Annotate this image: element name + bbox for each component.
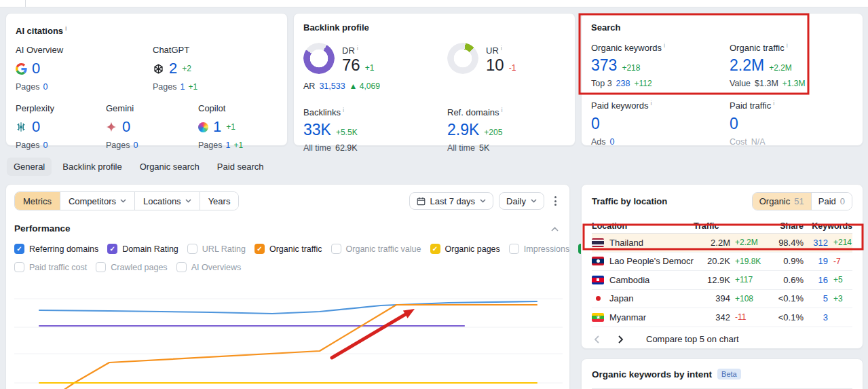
performance-title: Performance (14, 223, 71, 234)
summary-cards-row: AI citations AI Overview 0 Pages0 ChatGP… (5, 13, 863, 146)
ai-overview-value: 0 (32, 60, 40, 77)
info-icon[interactable] (649, 97, 652, 107)
backlink-profile-card: Backlink profile DR 76+1 AR31,533▲ 4,069… (293, 13, 575, 146)
chatgpt-pages: Pages1+1 (153, 82, 197, 92)
ur-label: UR (486, 42, 516, 56)
granularity-dropdown[interactable]: Daily (499, 192, 544, 210)
tab-organic-search[interactable]: Organic search (133, 158, 206, 176)
checkbox-organic-traffic-value[interactable]: Organic traffic value (331, 244, 421, 254)
info-icon[interactable] (499, 42, 502, 52)
organic-keywords-metric: Organic keywords 373+218 Top 3238+112 (591, 39, 730, 88)
backlink-profile-title: Backlink profile (303, 22, 565, 33)
checkbox-crawled-pages[interactable]: Crawled pages (96, 262, 167, 272)
next-page-icon[interactable] (616, 334, 626, 345)
gemini-pages: Pages0 (106, 141, 198, 150)
beta-badge: Beta (717, 369, 741, 379)
checkbox-icon (331, 244, 341, 254)
perplexity-metric: Perplexity 0 Pages0 (16, 103, 106, 150)
perplexity-icon (16, 122, 27, 133)
dr-donut-chart (303, 43, 335, 74)
traffic-by-location-card: Traffic by location Organic51 Paid0 Loca… (581, 184, 863, 349)
checkbox-url-rating[interactable]: URL Rating (187, 244, 246, 254)
copilot-label: Copilot (198, 103, 243, 113)
paid-traffic-metric: Paid traffic 0 CostN/A (730, 97, 853, 146)
toggle-paid[interactable]: Paid0 (811, 193, 852, 210)
chatgpt-metric: ChatGPT 2 +2 Pages1+1 (153, 45, 197, 92)
ai-citations-title: AI citations (16, 22, 278, 36)
organic-traffic-metric: Organic traffic 2.2M+2.2M Value$1.3M+1.3… (730, 39, 853, 88)
gemini-label: Gemini (106, 103, 198, 113)
info-icon[interactable] (785, 39, 788, 50)
google-icon (16, 63, 27, 75)
organic-keywords-value: 373 (591, 56, 617, 75)
search-card: Search Organic keywords 373+218 Top 3238… (581, 13, 863, 146)
chart-toolbar: Metrics Competitors Locations Years Last… (14, 191, 561, 210)
checkbox-icon (176, 262, 187, 272)
ur-value: 10 (486, 56, 504, 75)
table-row-myanmar[interactable]: Myanmar 342 -11 <0.1% 3 (592, 308, 852, 327)
chevron-down-icon (480, 199, 486, 203)
collapse-section-icon[interactable] (548, 222, 561, 235)
perplexity-pages: Pages0 (16, 141, 106, 150)
info-icon[interactable] (355, 42, 358, 52)
tab-paid-search[interactable]: Paid search (210, 158, 271, 176)
info-icon[interactable] (63, 22, 67, 33)
info-icon[interactable] (771, 97, 774, 107)
checkbox-icon (187, 244, 197, 254)
backlinks-metric: Backlinks 33K+5.5K All time62.9K (303, 104, 447, 153)
dr-label: DR (342, 42, 374, 56)
chart-filter-group: Metrics Competitors Locations Years (14, 191, 239, 210)
more-options-icon[interactable] (550, 192, 561, 210)
checkbox-paid-traffic-cost[interactable]: Paid traffic cost (14, 262, 87, 272)
ur-delta: -1 (509, 63, 516, 73)
laos-flag-icon (592, 257, 604, 265)
table-row-cambodia[interactable]: Cambodia 12.9K +117 0.6% 16 +5 (592, 271, 852, 290)
calendar-icon (417, 197, 426, 206)
dr-delta: +1 (365, 63, 375, 73)
chevron-down-icon (531, 199, 537, 203)
traffic-by-location-title: Traffic by location (592, 196, 667, 206)
copilot-icon (198, 122, 208, 132)
ai-overview-label: AI Overview (16, 45, 153, 55)
locations-dropdown[interactable]: Locations (135, 192, 200, 210)
competitors-dropdown[interactable]: Competitors (60, 192, 135, 210)
ahrefs-rank-line: AR31,533▲ 4,069 (303, 81, 447, 94)
checkbox-icon (96, 262, 106, 272)
myanmar-flag-icon (592, 313, 604, 322)
chatgpt-label: ChatGPT (153, 45, 197, 55)
gemini-value: 0 (122, 118, 130, 136)
paid-keywords-metric: Paid keywords 0 Ads0 (591, 97, 730, 146)
metrics-button[interactable]: Metrics (15, 192, 60, 210)
checkbox-icon (254, 244, 265, 254)
toggle-organic[interactable]: Organic51 (753, 193, 811, 210)
checkbox-ai-overviews[interactable]: AI Overviews (176, 262, 242, 272)
organic-traffic-value: 2.2M (730, 56, 764, 75)
checkbox-domain-rating[interactable]: Domain Rating (107, 244, 178, 254)
ur-donut-chart (447, 43, 478, 74)
paid-traffic-value: 0 (730, 115, 738, 133)
tab-general[interactable]: General (7, 158, 52, 176)
ai-overview-metric: AI Overview 0 Pages0 (16, 45, 153, 92)
info-icon[interactable] (662, 39, 665, 50)
checkbox-impressions[interactable]: Impressions (509, 244, 569, 254)
checkbox-icon (14, 262, 24, 272)
info-icon[interactable] (499, 104, 503, 114)
location-table-header: Location Traffic Share Keywords (592, 219, 852, 234)
years-button[interactable]: Years (200, 192, 239, 210)
table-row-laos[interactable]: Lao People's Democratic Repub 20.2K +19.… (592, 253, 852, 272)
info-icon[interactable] (341, 104, 344, 114)
tab-backlink-profile[interactable]: Backlink profile (56, 158, 128, 176)
table-row-thailand[interactable]: Thailand 2.2M +2.2M 98.4% 312 +214 (592, 234, 852, 253)
table-row-japan[interactable]: Japan 394 +108 <0.1% 5 +3 (592, 290, 852, 309)
chevron-down-icon (120, 199, 126, 203)
dr-value: 76 (342, 56, 360, 75)
checkbox-referring-domains[interactable]: Referring domains (14, 244, 98, 254)
perplexity-value: 0 (32, 118, 40, 136)
checkbox-organic-pages[interactable]: Organic pages (430, 244, 500, 254)
date-range-dropdown[interactable]: Last 7 days (409, 192, 494, 210)
checkbox-organic-traffic[interactable]: Organic traffic (254, 244, 322, 254)
paid-keywords-value: 0 (591, 115, 600, 133)
prev-page-icon[interactable] (592, 334, 601, 345)
keywords-by-intent-title: Organic keywords by intent (592, 369, 712, 379)
compare-top5-link[interactable]: Compare top 5 on chart (646, 334, 739, 344)
